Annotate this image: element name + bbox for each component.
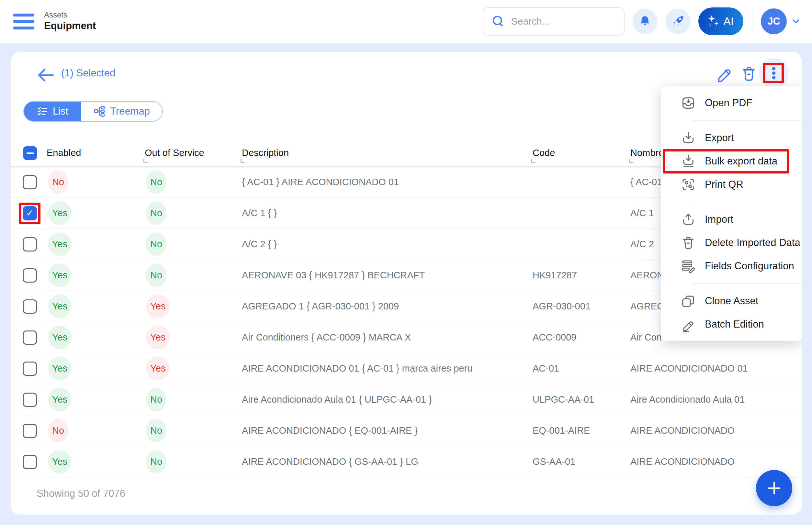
row-checkbox[interactable]: [23, 330, 37, 345]
pagination-status: Showing 50 of 7076: [36, 488, 125, 499]
row-checkbox[interactable]: [23, 424, 37, 438]
out-of-service-cell: No: [145, 170, 242, 194]
ai-button-label: AI: [724, 15, 734, 28]
edit-button[interactable]: [716, 66, 733, 83]
tab-list-view[interactable]: List: [24, 102, 81, 121]
select-all-checkbox[interactable]: [23, 146, 37, 160]
out-of-service-badge: No: [146, 201, 166, 225]
description-cell: AIRE ACONDICIONADO 01 { AC-01 } marca ai…: [242, 363, 533, 374]
header-code[interactable]: Code: [533, 139, 630, 166]
description-cell: A/C 2 { }: [242, 239, 533, 250]
delete-button[interactable]: [740, 65, 757, 82]
import-icon: [681, 212, 696, 227]
out-of-service-badge: No: [146, 450, 166, 474]
page-title: Equipment: [44, 20, 96, 32]
enabled-cell: No: [47, 419, 145, 442]
nombre-cell: AIRE ACONDICIONADO 01: [630, 363, 802, 374]
menu-item-fields-configuration[interactable]: Fields Configuration: [661, 254, 802, 278]
menu-divider: [693, 202, 802, 202]
menu-item-delete-imported-data[interactable]: Delete Imported Data: [661, 231, 802, 254]
hamburger-menu-icon[interactable]: [13, 14, 34, 29]
out-of-service-badge: No: [146, 232, 166, 256]
notifications-button[interactable]: [632, 9, 658, 34]
avatar[interactable]: JC: [761, 9, 787, 34]
menu-item-print-qr[interactable]: Print QR: [661, 173, 802, 196]
out-of-service-badge: No: [146, 388, 166, 411]
menu-item-bulk-export-data[interactable]: Bulk export data: [661, 150, 802, 173]
row-checkbox-cell: [11, 291, 47, 322]
row-checkbox-cell: [11, 384, 47, 415]
out-of-service-cell: No: [145, 450, 242, 474]
row-checkbox[interactable]: [23, 268, 37, 283]
ai-assistant-button[interactable]: AI: [698, 7, 743, 35]
row-checkbox[interactable]: [23, 299, 37, 314]
kebab-menu-icon: [766, 65, 782, 81]
view-toggle: List Treemap: [23, 101, 163, 122]
nombre-cell: AIRE ACONDICIONADO: [630, 425, 802, 436]
row-checkbox[interactable]: [23, 175, 37, 189]
search-input[interactable]: [511, 16, 616, 27]
more-options-button[interactable]: [759, 58, 789, 88]
header-out-of-service[interactable]: Out of Service: [145, 139, 242, 166]
menu-item-open-pdf[interactable]: Open PDF: [661, 91, 802, 115]
whats-new-button[interactable]: [665, 9, 691, 34]
enabled-cell: Yes: [47, 357, 145, 380]
plus-icon: [766, 480, 783, 496]
description-cell: { AC-01 } AIRE ACONDICIONADO 01: [242, 177, 533, 188]
account-menu-button[interactable]: [791, 17, 800, 26]
print-qr-icon: [681, 177, 696, 192]
menu-item-clone-asset[interactable]: Clone Asset: [661, 289, 802, 313]
menu-item-batch-edition[interactable]: Batch Edition: [661, 313, 802, 336]
table-row-8[interactable]: Yes No Aire Acondicionado Aula 01 { ULPG…: [11, 384, 802, 415]
selection-count-label: (1) Selected: [61, 67, 115, 79]
enabled-badge: Yes: [48, 450, 72, 474]
header-nombre-label: Nombre: [630, 148, 664, 158]
code-cell: ACC-0009: [533, 332, 630, 343]
treemap-icon: [93, 105, 105, 118]
out-of-service-badge: No: [146, 419, 166, 442]
tab-treemap-label: Treemap: [110, 106, 150, 117]
add-asset-button[interactable]: [756, 470, 792, 506]
row-checkbox[interactable]: [23, 206, 37, 221]
header-description-label: Description: [242, 148, 289, 158]
enabled-badge: Yes: [48, 232, 72, 256]
out-of-service-cell: No: [145, 232, 242, 256]
tab-list-label: List: [53, 106, 68, 117]
menu-item-export[interactable]: Export: [661, 126, 802, 150]
row-checkbox[interactable]: [23, 237, 37, 252]
row-checkbox-cell: [11, 446, 47, 477]
description-cell: AGREGADO 1 { AGR-030-001 } 2009: [242, 301, 533, 312]
bell-icon: [638, 15, 652, 28]
clone-asset-icon: [681, 294, 696, 309]
tab-treemap-view[interactable]: Treemap: [81, 102, 162, 121]
menu-divider: [693, 283, 802, 284]
row-checkbox[interactable]: [23, 455, 37, 469]
out-of-service-badge: Yes: [146, 357, 169, 380]
main-area: (1) Selected: [0, 43, 812, 525]
header-description[interactable]: Description: [242, 139, 533, 166]
enabled-badge: No: [48, 419, 68, 442]
table-row-10[interactable]: Yes No AIRE ACONDICIONADO { GS-AA-01 } L…: [11, 446, 802, 477]
row-checkbox[interactable]: [23, 362, 37, 376]
row-checkbox-cell: [11, 229, 47, 259]
out-of-service-cell: Yes: [145, 295, 242, 318]
enabled-cell: Yes: [47, 450, 145, 474]
table-row-7[interactable]: Yes Yes AIRE ACONDICIONADO 01 { AC-01 } …: [11, 353, 802, 384]
out-of-service-badge: No: [146, 264, 166, 287]
topbar: Assets Equipment: [0, 0, 812, 43]
header-enabled-label: Enabled: [47, 148, 81, 158]
enabled-badge: No: [48, 170, 68, 194]
search-box[interactable]: [483, 7, 624, 35]
row-checkbox[interactable]: [23, 393, 37, 407]
fields-configuration-icon: [681, 259, 696, 273]
header-enabled[interactable]: Enabled: [47, 139, 145, 166]
breadcrumb: Assets: [44, 10, 96, 20]
table-row-9[interactable]: No No AIRE ACONDICIONADO { EQ-001-AIRE }…: [11, 415, 802, 446]
out-of-service-badge: Yes: [146, 326, 169, 349]
enabled-badge: Yes: [48, 264, 72, 287]
code-cell: AC-01: [533, 363, 630, 374]
menu-item-import[interactable]: Import: [661, 208, 802, 231]
enabled-cell: Yes: [47, 264, 145, 287]
back-button[interactable]: [36, 65, 55, 85]
out-of-service-cell: No: [145, 419, 242, 442]
